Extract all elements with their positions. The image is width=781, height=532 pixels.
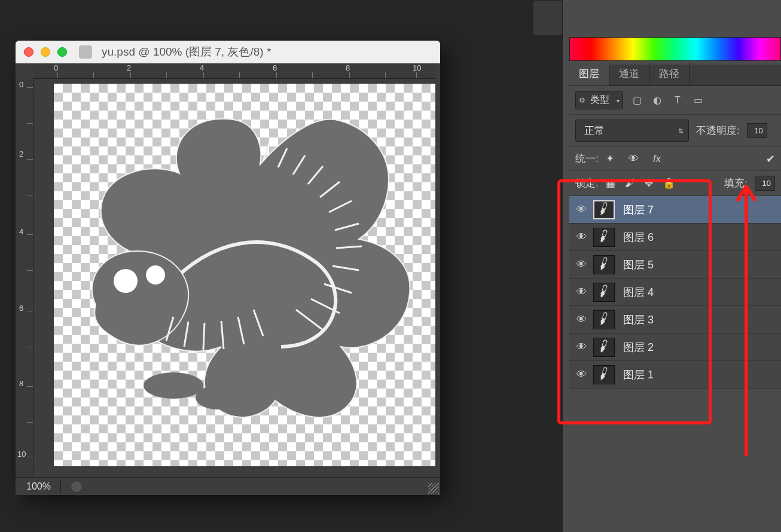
brush-icon: 🖌 [595, 255, 612, 272]
filter-shape-icon[interactable]: ▭ [691, 94, 704, 107]
tab-paths[interactable]: 路径 [649, 62, 690, 85]
visibility-eye-icon[interactable]: 👁 [576, 259, 593, 271]
filter-type-icon[interactable]: T [671, 94, 684, 107]
layer-list: 👁🖌图层 7👁🖌图层 6👁🖌图层 5👁🖌图层 4👁🖌图层 3👁🖌图层 2👁🖌图层… [569, 196, 781, 389]
chevron-updown-icon: ⇅ [678, 127, 684, 134]
svg-point-3 [196, 386, 241, 409]
lock-pixels-icon[interactable]: 🖌 [625, 178, 635, 189]
brush-icon: 🖌 [595, 282, 612, 299]
layer-row[interactable]: 👁🖌图层 1 [569, 361, 781, 389]
panel-tabs: 图层 通道 路径 [569, 65, 781, 86]
tab-channels[interactable]: 通道 [609, 62, 649, 85]
canvas[interactable] [54, 84, 435, 466]
unify-row: 统一: ✦ 👁 fx ✔ [569, 147, 781, 171]
zoom-level[interactable]: 100% [26, 481, 51, 492]
layer-name[interactable]: 图层 5 [623, 258, 654, 272]
window-minimize-button[interactable] [41, 47, 50, 57]
layer-row[interactable]: 👁🖌图层 7 [569, 196, 781, 224]
layer-thumbnail[interactable]: 🖌 [593, 255, 615, 274]
svg-point-2 [144, 372, 203, 399]
propagate-check-icon[interactable]: ✔ [766, 152, 775, 166]
layer-thumbnail[interactable]: 🖌 [593, 365, 615, 384]
lock-position-icon[interactable]: ✥ [645, 177, 653, 189]
unify-visibility-icon[interactable]: 👁 [629, 153, 639, 165]
brush-icon: 🖌 [595, 227, 612, 244]
layer-name[interactable]: 图层 6 [623, 230, 654, 244]
svg-point-4 [224, 371, 254, 388]
lock-row: 锁定: ▦ 🖌 ✥ 🔒 填充: 10 [569, 171, 781, 196]
ruler-vertical[interactable]: 0 2 4 6 8 10 [16, 79, 33, 477]
chevron-down-icon: ▾ [617, 97, 620, 103]
panel-dock-tab[interactable] [533, 0, 563, 36]
layer-name[interactable]: 图层 2 [623, 340, 654, 354]
opacity-label: 不透明度: [696, 124, 740, 137]
layer-filter-row: 类型 ▾ ▢ ◐ T ▭ [569, 86, 781, 115]
layers-panel: 类型 ▾ ▢ ◐ T ▭ 正常 ⇅ 不透明度: 10 统一: ✦ 👁 fx ✔ … [569, 86, 781, 532]
resize-grip-icon[interactable] [428, 483, 439, 494]
blend-mode-select[interactable]: 正常 ⇅ [575, 120, 689, 142]
visibility-eye-icon[interactable]: 👁 [576, 369, 593, 381]
layer-row[interactable]: 👁🖌图层 4 [569, 279, 781, 306]
layer-thumbnail[interactable]: 🖌 [593, 228, 615, 247]
brush-icon: 🖌 [595, 337, 612, 354]
layer-thumbnail[interactable]: 🖌 [593, 310, 615, 329]
canvas-area: 0 2 4 6 8 10 0 2 4 6 8 10 [16, 63, 440, 477]
visibility-eye-icon[interactable]: 👁 [576, 314, 593, 326]
blend-opacity-row: 正常 ⇅ 不透明度: 10 [569, 115, 781, 147]
unify-style-icon[interactable]: fx [653, 153, 661, 165]
visibility-eye-icon[interactable]: 👁 [576, 231, 593, 243]
layer-row[interactable]: 👁🖌图层 5 [569, 251, 781, 279]
titlebar: yu.psd @ 100% (图层 7, 灰色/8) * [16, 41, 440, 63]
svg-point-0 [114, 269, 138, 293]
layer-thumbnail[interactable]: 🖌 [593, 200, 615, 219]
document-status-icon[interactable] [71, 481, 83, 493]
app-icon [79, 45, 92, 59]
visibility-eye-icon[interactable]: 👁 [576, 341, 593, 353]
lock-label: 锁定: [575, 176, 599, 190]
filter-kind-select[interactable]: 类型 ▾ [575, 91, 623, 109]
brush-icon: 🖌 [595, 310, 612, 327]
tab-layers[interactable]: 图层 [569, 62, 609, 85]
brush-icon: 🖌 [595, 365, 612, 382]
fill-value[interactable]: 10 [755, 176, 775, 191]
filter-image-icon[interactable]: ▢ [630, 94, 643, 107]
layer-row[interactable]: 👁🖌图层 6 [569, 224, 781, 251]
layer-name[interactable]: 图层 7 [623, 203, 654, 217]
layer-row[interactable]: 👁🖌图层 2 [569, 334, 781, 361]
filter-adjust-icon[interactable]: ◐ [651, 94, 664, 107]
ruler-horizontal[interactable]: 0 2 4 6 8 10 [33, 63, 435, 79]
fill-label: 填充: [724, 176, 748, 190]
document-window: yu.psd @ 100% (图层 7, 灰色/8) * 0 2 4 6 8 1… [16, 41, 440, 495]
layer-name[interactable]: 图层 3 [623, 313, 654, 327]
unify-position-icon[interactable]: ✦ [606, 152, 614, 165]
lock-all-icon[interactable]: 🔒 [663, 177, 675, 189]
layer-name[interactable]: 图层 1 [623, 368, 654, 382]
layer-name[interactable]: 图层 4 [623, 285, 654, 299]
window-title: yu.psd @ 100% (图层 7, 灰色/8) * [102, 44, 271, 60]
layer-thumbnail[interactable]: 🖌 [593, 338, 615, 357]
artwork [54, 84, 435, 466]
window-zoom-button[interactable] [57, 47, 67, 57]
layer-row[interactable]: 👁🖌图层 3 [569, 306, 781, 334]
svg-point-1 [146, 265, 165, 285]
visibility-eye-icon[interactable]: 👁 [576, 286, 593, 298]
brush-icon: 🖌 [595, 200, 612, 217]
visibility-eye-icon[interactable]: 👁 [576, 204, 593, 216]
opacity-value[interactable]: 10 [747, 123, 767, 138]
lock-transparency-icon[interactable]: ▦ [606, 177, 615, 189]
status-bar: 100% [16, 477, 440, 495]
layer-thumbnail[interactable]: 🖌 [593, 283, 615, 302]
panels-column: 图层 通道 路径 类型 ▾ ▢ ◐ T ▭ 正常 ⇅ 不透明度: 10 统一: … [562, 0, 781, 532]
unify-label: 统一: [575, 152, 599, 166]
window-close-button[interactable] [24, 47, 33, 57]
color-spectrum[interactable] [569, 37, 781, 61]
